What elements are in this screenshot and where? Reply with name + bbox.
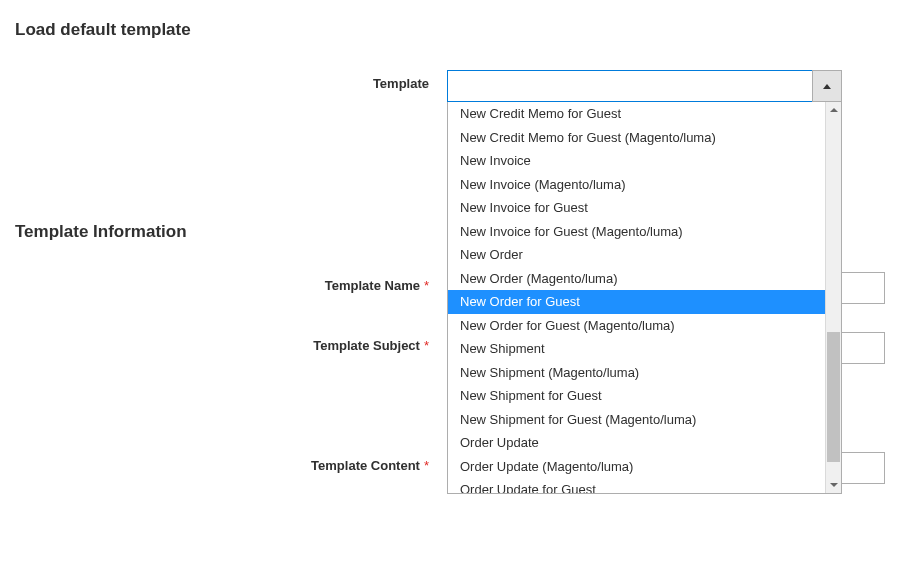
template-select-toggle[interactable] — [812, 70, 842, 102]
scrollbar-up-button[interactable] — [826, 102, 841, 118]
scrollbar-down-button[interactable] — [826, 477, 841, 493]
chevron-up-icon — [823, 84, 831, 89]
template-select[interactable]: New Credit Memo for GuestNew Credit Memo… — [447, 70, 842, 102]
template-row: Template New Credit Memo for GuestNew Cr… — [15, 70, 897, 102]
dropdown-option[interactable]: New Invoice — [448, 149, 825, 173]
dropdown-option[interactable]: New Shipment — [448, 337, 825, 361]
required-icon: * — [424, 278, 429, 293]
dropdown-option[interactable]: Order Update — [448, 431, 825, 455]
dropdown-option[interactable]: New Invoice (Magento/luma) — [448, 173, 825, 197]
scrollbar-thumb[interactable] — [827, 332, 840, 462]
template-content-label: Template Content* — [15, 452, 447, 473]
dropdown-option[interactable]: New Order for Guest (Magento/luma) — [448, 314, 825, 338]
dropdown-option[interactable]: New Shipment for Guest (Magento/luma) — [448, 408, 825, 432]
dropdown-option[interactable]: New Order — [448, 243, 825, 267]
dropdown-option[interactable]: Order Update (Magento/luma) — [448, 455, 825, 479]
dropdown-option[interactable]: New Shipment for Guest — [448, 384, 825, 408]
chevron-down-icon — [830, 483, 838, 487]
required-icon: * — [424, 338, 429, 353]
dropdown-scrollbar[interactable] — [825, 102, 841, 493]
template-select-display[interactable] — [447, 70, 842, 102]
template-subject-label: Template Subject* — [15, 332, 447, 353]
required-icon: * — [424, 458, 429, 473]
dropdown-option[interactable]: Order Update for Guest — [448, 478, 825, 493]
chevron-up-icon — [830, 108, 838, 112]
template-dropdown-list: New Credit Memo for GuestNew Credit Memo… — [447, 102, 842, 494]
template-name-label: Template Name* — [15, 272, 447, 293]
dropdown-option[interactable]: New Credit Memo for Guest (Magento/luma) — [448, 126, 825, 150]
dropdown-option[interactable]: New Shipment (Magento/luma) — [448, 361, 825, 385]
dropdown-option[interactable]: New Order (Magento/luma) — [448, 267, 825, 291]
dropdown-option[interactable]: New Credit Memo for Guest — [448, 102, 825, 126]
section-load-default-title: Load default template — [15, 20, 897, 40]
dropdown-option[interactable]: New Order for Guest — [448, 290, 825, 314]
dropdown-option[interactable]: New Invoice for Guest — [448, 196, 825, 220]
template-label: Template — [15, 70, 447, 91]
dropdown-option[interactable]: New Invoice for Guest (Magento/luma) — [448, 220, 825, 244]
